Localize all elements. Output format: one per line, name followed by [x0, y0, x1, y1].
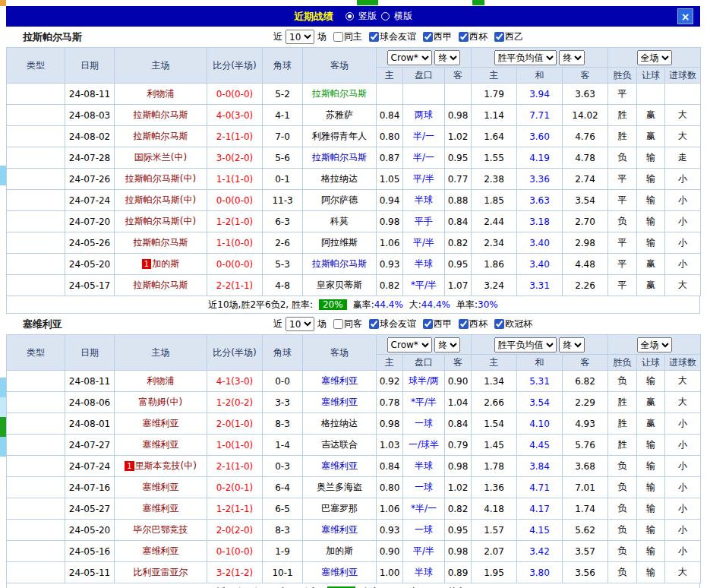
corner-score: 4-8 [263, 275, 303, 296]
match-date: 24-05-16 [65, 541, 115, 562]
bg-artifact [0, 397, 6, 417]
wdl-draw-odds: 3.40 [517, 232, 563, 254]
handicap-line: *半/一 [403, 498, 445, 520]
table-header-row: 类型 日期 主场 比分(半场) 角球 客场 Crow* 终 胜平负均值 终 全场 [7, 335, 701, 355]
same-venue-toggle[interactable]: 同客 [333, 318, 362, 330]
league-label[interactable]: 球会友谊 [380, 30, 416, 43]
home-team-cell: 塞维利亚 [115, 498, 207, 520]
home-team-name: 富勒姆(中) [139, 397, 182, 407]
away-team-name: 格拉纳达 [321, 418, 358, 428]
col-corner: 角球 [263, 48, 303, 84]
goals-result-value: 大 [665, 371, 701, 392]
away-team-name: 塞维利亚 [321, 524, 358, 535]
match-row: 球会友谊 24-08-01 塞维利亚 2-0(1-0) 8-3 格拉纳达 0.9… [7, 413, 701, 435]
match-score: 1-1(1-0) [207, 169, 263, 190]
league-toggle[interactable]: 西杯 [459, 30, 488, 43]
match-score: 2-0(2-0) [207, 520, 263, 541]
summary-text: 近10场,胜2平6负2, 胜率: [208, 299, 313, 311]
home-team-cell: 塞维利亚 [115, 413, 207, 435]
away-team-cell: 拉斯帕尔马斯 [303, 84, 377, 105]
scope-select[interactable]: 全场 [637, 337, 672, 352]
league-label[interactable]: 球会友谊 [380, 318, 416, 330]
odds-company-select[interactable]: Crow* [387, 337, 432, 352]
col-wdl-draw: 和 [517, 355, 563, 371]
same-venue-checkbox[interactable] [333, 32, 343, 42]
league-checkbox[interactable] [459, 319, 469, 329]
league-label[interactable]: 西杯 [469, 30, 488, 43]
odds-home-value: 0.93 [377, 254, 403, 275]
match-row: 球会友谊 24-07-16 塞维利亚 0-2(0-1) 6-4 奥兰多海盗 0.… [7, 477, 701, 498]
league-toggle[interactable]: 球会友谊 [369, 318, 416, 330]
col-goals: 进球数 [665, 355, 701, 371]
odds-home-value: 0.93 [377, 520, 403, 541]
league-label[interactable]: 西甲 [434, 318, 452, 330]
wdl-time-select[interactable]: 终 [559, 337, 585, 352]
home-team-name: 利物浦 [147, 375, 175, 386]
wdl-home-odds: 1.54 [472, 413, 517, 435]
scope-select[interactable]: 全场 [637, 50, 672, 65]
odds-company-select[interactable]: Crow* [387, 50, 432, 65]
col-result: 胜负 [608, 68, 637, 84]
horizontal-radio[interactable] [381, 12, 390, 21]
odds-time-select[interactable]: 终 [434, 50, 460, 65]
match-type: 西甲 [7, 562, 65, 583]
same-venue-toggle[interactable]: 同主 [333, 30, 362, 43]
same-venue-checkbox[interactable] [333, 319, 343, 329]
league-label[interactable]: 欧冠杯 [505, 318, 532, 330]
league-toggle[interactable]: 西杯 [459, 318, 488, 330]
league-checkbox[interactable] [423, 32, 433, 42]
col-wdl-home: 主 [472, 355, 517, 371]
same-venue-label[interactable]: 同主 [344, 30, 362, 43]
corner-score: 5-3 [263, 254, 303, 275]
corner-score: 6-5 [263, 498, 303, 520]
horizontal-label[interactable]: 横版 [394, 10, 412, 23]
match-score: 1-2(1-1) [207, 498, 263, 520]
league-checkbox[interactable] [369, 319, 379, 329]
league-checkbox[interactable] [459, 32, 469, 42]
league-label[interactable]: 西甲 [434, 30, 452, 43]
league-label[interactable]: 西杯 [469, 318, 488, 330]
match-row: 球会友谊 24-08-03 拉斯帕尔马斯 4-0(3-0) 4-1 苏雅萨 0.… [7, 105, 701, 126]
odds-home-value [377, 84, 403, 105]
odds-time-select[interactable]: 终 [434, 337, 460, 352]
wdl-draw-odds: 3.40 [517, 254, 563, 275]
home-team-cell: 拉斯帕尔马斯 [115, 105, 207, 126]
team-name: 塞维利亚 [23, 318, 251, 331]
wdl-home-odds: 1.95 [472, 562, 517, 583]
match-type: 球会友谊 [7, 413, 65, 435]
same-venue-label[interactable]: 同客 [344, 318, 362, 330]
league-toggle[interactable]: 欧冠杯 [494, 318, 532, 330]
goals-result-value: 小 [665, 169, 701, 190]
league-label[interactable]: 西乙 [505, 30, 523, 43]
wdl-draw-odds: 4.10 [517, 413, 563, 435]
close-button[interactable]: × [677, 8, 693, 24]
col-type: 类型 [7, 48, 65, 84]
match-row: 球会友谊 24-08-02 拉斯帕尔马斯 2-1(1-0) 7-0 利雅得青年人… [7, 126, 701, 147]
match-date: 24-07-16 [65, 477, 115, 498]
away-team-name: 科莫 [330, 216, 349, 226]
league-toggle[interactable]: 西乙 [494, 30, 523, 43]
wdl-home-odds: 1.36 [472, 477, 517, 498]
recent-results-popup: 近期战绩 竖版 横版 × 拉斯帕尔马斯 近 10 场 同主 球会友谊 西甲 西杯… [6, 6, 700, 588]
home-team-name: 拉斯帕尔马斯 [134, 109, 188, 120]
league-toggle[interactable]: 球会友谊 [369, 30, 416, 43]
wdl-away-odds: 2.70 [563, 211, 608, 232]
count-select[interactable]: 10 [286, 317, 314, 331]
league-checkbox[interactable] [494, 32, 504, 42]
league-toggle[interactable]: 西甲 [423, 318, 452, 330]
wdl-type-select[interactable]: 胜平负均值 [494, 50, 557, 65]
vertical-radio[interactable] [346, 12, 354, 21]
wdl-type-select[interactable]: 胜平负均值 [494, 337, 557, 352]
col-away: 客场 [303, 335, 377, 371]
league-checkbox[interactable] [494, 319, 504, 329]
count-select[interactable]: 10 [286, 30, 314, 44]
handicap-result-value: 输 [637, 232, 665, 254]
wdl-time-select[interactable]: 终 [559, 50, 585, 65]
match-score: 1-1(0-0) [207, 232, 263, 254]
league-toggle[interactable]: 西甲 [423, 30, 452, 43]
league-checkbox[interactable] [423, 319, 433, 329]
odds-home-value: 0.84 [377, 105, 403, 126]
home-team-name: 塞维利亚 [143, 545, 179, 556]
league-checkbox[interactable] [369, 32, 379, 42]
vertical-label[interactable]: 竖版 [358, 10, 377, 23]
